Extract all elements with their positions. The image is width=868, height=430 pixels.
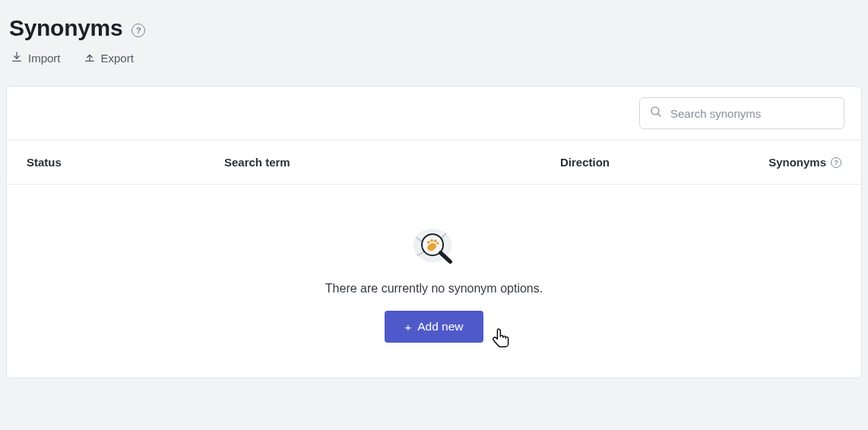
svg-point-8 xyxy=(436,242,439,245)
column-synonyms: Synonyms ? xyxy=(743,156,841,169)
empty-message: There are currently no synonym options. xyxy=(325,282,543,296)
empty-state: There are currently no synonym options. … xyxy=(7,185,861,378)
import-label: Import xyxy=(28,52,61,65)
page-title: Synonyms xyxy=(9,15,122,41)
plus-icon: + xyxy=(404,321,411,333)
download-icon xyxy=(11,50,23,66)
import-button[interactable]: Import xyxy=(11,50,61,66)
export-label: Export xyxy=(101,52,134,65)
cursor-pointer-icon xyxy=(493,327,511,352)
table-header: Status Search term Direction Synonyms ? xyxy=(7,141,861,185)
svg-point-5 xyxy=(427,241,430,244)
search-input[interactable] xyxy=(670,107,835,120)
help-icon[interactable]: ? xyxy=(131,24,145,37)
column-synonyms-label: Synonyms xyxy=(768,156,826,169)
magnifier-footprint-icon xyxy=(412,227,456,267)
svg-point-7 xyxy=(434,239,437,242)
search-icon xyxy=(649,105,663,122)
add-new-button[interactable]: + Add new xyxy=(385,311,483,343)
add-new-label: Add new xyxy=(417,320,463,334)
synonyms-panel: Status Search term Direction Synonyms ? xyxy=(6,86,862,378)
search-box[interactable] xyxy=(639,97,844,129)
export-button[interactable]: Export xyxy=(84,50,134,66)
svg-point-6 xyxy=(430,239,433,242)
column-direction: Direction xyxy=(560,156,743,169)
column-search-term: Search term xyxy=(224,156,560,169)
upload-icon xyxy=(84,50,96,66)
help-icon[interactable]: ? xyxy=(831,157,841,168)
column-status: Status xyxy=(27,156,224,169)
